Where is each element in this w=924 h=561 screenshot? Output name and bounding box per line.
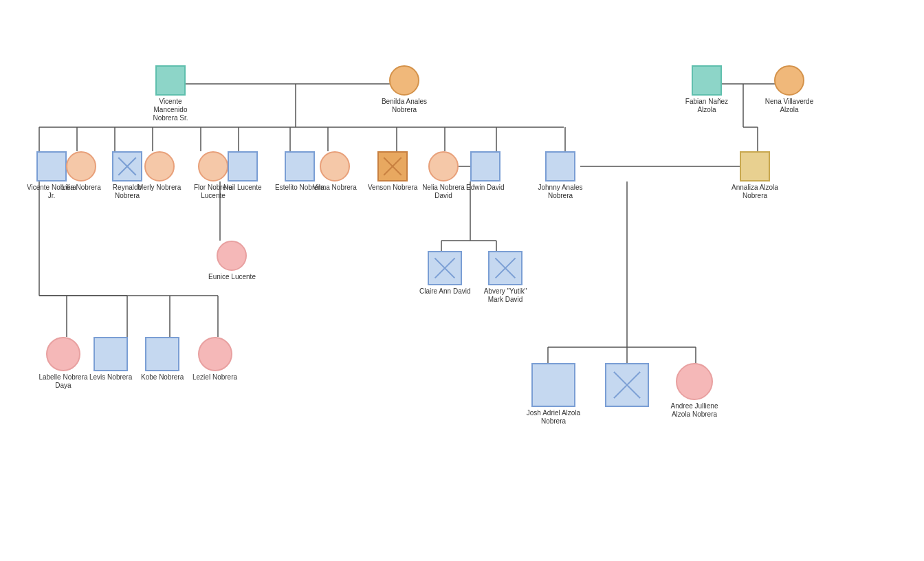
node-lilia: Lilia Nobrera — [62, 151, 101, 192]
shape-levis — [94, 337, 128, 371]
label-abvery: Abvery "Yutik" Mark David — [478, 287, 533, 304]
shape-abvery — [488, 251, 522, 285]
node-neil: Neil Lucente — [223, 151, 262, 192]
label-venson: Venson Nobrera — [368, 184, 417, 192]
label-johnny: Johnny Anales Nobrera — [533, 184, 588, 200]
shape-leziel — [198, 337, 232, 371]
label-benilda: Benilda Anales Nobrera — [377, 98, 432, 114]
label-lilia: Lilia Nobrera — [62, 184, 101, 192]
node-abvery: Abvery "Yutik" Mark David — [478, 251, 533, 304]
label-fabian: Fabian Nañez Alzola — [679, 98, 734, 114]
node-fabian: Fabian Nañez Alzola — [679, 65, 734, 114]
shape-merly — [144, 151, 175, 182]
label-vilma: Vilma Nobrera — [313, 184, 357, 192]
node-johnny: Johnny Anales Nobrera — [533, 151, 588, 200]
label-edwin: Edwin David — [466, 184, 505, 192]
shape-annaliza — [740, 151, 770, 182]
shape-josh — [531, 363, 575, 407]
node-venson: Venson Nobrera — [368, 151, 417, 192]
node-eunice: Eunice Lucente — [208, 241, 256, 281]
node-claire: Claire Ann David — [419, 251, 470, 296]
node-leziel: Leziel Nobrera — [192, 337, 237, 382]
label-andree: Andree Julliene Alzola Nobrera — [667, 402, 722, 419]
label-nelia: Nelia Nobrera David — [416, 184, 471, 200]
shape-nena — [774, 65, 804, 96]
label-eunice: Eunice Lucente — [208, 273, 256, 281]
node-vilma: Vilma Nobrera — [313, 151, 357, 192]
node-vicente-sr: Vicente Mancenido Nobrera Sr. — [143, 65, 198, 122]
shape-andree — [676, 363, 713, 400]
node-edwin: Edwin David — [466, 151, 505, 192]
label-claire: Claire Ann David — [419, 287, 470, 296]
label-nena: Nena Villaverde Alzola — [762, 98, 817, 114]
label-neil: Neil Lucente — [223, 184, 262, 192]
label-vicente-sr: Vicente Mancenido Nobrera Sr. — [143, 98, 198, 122]
shape-fabian — [692, 65, 722, 96]
shape-nelia — [428, 151, 459, 182]
shape-vilma — [320, 151, 350, 182]
node-benilda: Benilda Anales Nobrera — [377, 65, 432, 114]
label-kobe: Kobe Nobrera — [141, 373, 184, 382]
shape-benilda — [389, 65, 419, 96]
node-annaliza: Annaliza Alzola Nobrera — [727, 151, 782, 200]
shape-edwin — [470, 151, 500, 182]
node-nelia: Nelia Nobrera David — [416, 151, 471, 200]
node-josh: Josh Adriel Alzola Nobrera — [526, 363, 581, 426]
node-kobe: Kobe Nobrera — [141, 337, 184, 382]
label-levis: Levis Nobrera — [89, 373, 132, 382]
node-merly: Merly Nobrera — [138, 151, 181, 192]
node-nena: Nena Villaverde Alzola — [762, 65, 817, 114]
family-tree-chart: Vicente Mancenido Nobrera Sr. Benilda An… — [0, 0, 924, 561]
shape-venson — [377, 151, 408, 182]
label-labelle: Labelle Nobrera Daya — [36, 373, 91, 390]
label-annaliza: Annaliza Alzola Nobrera — [727, 184, 782, 200]
shape-lilia — [66, 151, 96, 182]
shape-neil — [228, 151, 258, 182]
label-merly: Merly Nobrera — [138, 184, 181, 192]
shape-vicente-sr — [155, 65, 186, 96]
shape-kobe — [145, 337, 179, 371]
label-leziel: Leziel Nobrera — [192, 373, 237, 382]
shape-claire — [428, 251, 462, 285]
node-unnamed — [605, 363, 649, 407]
shape-eunice — [217, 241, 247, 271]
node-andree: Andree Julliene Alzola Nobrera — [667, 363, 722, 419]
shape-johnny — [545, 151, 575, 182]
shape-unnamed — [605, 363, 649, 407]
label-josh: Josh Adriel Alzola Nobrera — [526, 409, 581, 426]
node-levis: Levis Nobrera — [89, 337, 132, 382]
node-labelle: Labelle Nobrera Daya — [36, 337, 91, 390]
shape-labelle — [46, 337, 80, 371]
shape-estelito — [285, 151, 315, 182]
